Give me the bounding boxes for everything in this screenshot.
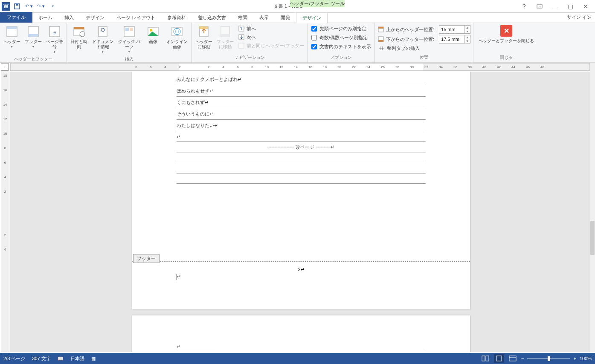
ribbon-tabs: ファイル ホーム 挿入 デザイン ページ レイアウト 参考資料 差し込み文書 校… [0, 13, 595, 23]
proofing-icon[interactable]: 📖 [58, 356, 64, 361]
spin-down[interactable]: ▼ [464, 29, 470, 33]
body-line: そういうものに↵ [177, 108, 426, 120]
previous-section-button[interactable]: 前へ [236, 25, 306, 32]
svg-rect-10 [74, 27, 84, 29]
group-navigation: ヘッダーに移動 フッターに移動 前へ 次へ 前と同じヘッダー/フッター ナビゲー… [192, 23, 308, 62]
svg-rect-16 [130, 28, 133, 31]
minimize-button[interactable]: — [549, 0, 561, 12]
date-time-button[interactable]: 日付と時刻 [69, 24, 89, 50]
svg-point-11 [80, 32, 85, 37]
svg-rect-28 [239, 43, 244, 48]
document-info-button[interactable]: ドキュメント情報▾ [90, 24, 116, 55]
tab-home[interactable]: ホーム [32, 13, 58, 23]
tab-layout[interactable]: ページ レイアウト [110, 13, 161, 23]
insert-alignment-tab-button[interactable]: 整列タブの挿入 [377, 44, 471, 52]
document-canvas[interactable]: みんなにテクノボーとよばれ↵ ほめられもせず↵ くにもされず↵ そういうものに↵… [10, 72, 590, 352]
document-title: 文書 1 - Word [58, 3, 518, 9]
language-indicator[interactable]: 日本語 [70, 355, 84, 362]
tab-header-footer-design[interactable]: デザイン [296, 13, 328, 23]
zoom-out-button[interactable]: − [521, 356, 524, 361]
svg-rect-15 [125, 28, 129, 31]
group-label: ナビゲーション [194, 54, 306, 61]
vertical-scrollbar[interactable] [590, 63, 595, 352]
tab-mailings[interactable]: 差し込み文書 [192, 13, 232, 23]
help-button[interactable]: ? [518, 0, 530, 12]
group-position: 上からのヘッダー位置: ▲▼ 下からのフッター位置: ▲▼ 整列タブの挿入 位置 [375, 23, 473, 62]
body-line [177, 163, 426, 173]
quick-parts-button[interactable]: クイック パーツ▾ [116, 24, 142, 55]
tab-developer[interactable]: 開発 [275, 13, 296, 23]
svg-rect-30 [378, 27, 383, 29]
spin-up[interactable]: ▲ [464, 26, 470, 29]
close-window-button[interactable]: ✕ [580, 0, 592, 12]
tab-review[interactable]: 校閲 [232, 13, 253, 23]
print-layout-button[interactable] [494, 354, 504, 363]
svg-rect-2 [537, 5, 542, 8]
footer-gallery-button[interactable]: フッター▾ [23, 24, 44, 50]
page-number-field[interactable]: 2↵ [177, 267, 426, 272]
word-count[interactable]: 307 文字 [32, 355, 50, 362]
body-line [177, 173, 426, 184]
tab-insert[interactable]: 挿入 [58, 13, 80, 23]
group-header-footer: ヘッダー▾ フッター▾ #ページ番号▾ ヘッダーとフッター [0, 23, 67, 62]
undo-button[interactable]: ↶ ▾ [24, 1, 34, 12]
statusbar: 2/3 ページ 307 文字 📖 日本語 ▦ − + 100% [0, 353, 595, 364]
horizontal-ruler[interactable]: 8642246810121416182022242628303234363840… [10, 63, 590, 71]
save-button[interactable] [12, 1, 22, 12]
zoom-in-button[interactable]: + [573, 356, 576, 361]
svg-rect-33 [482, 356, 485, 361]
group-label: 閉じる [475, 54, 537, 61]
link-to-previous-button: 前と同じヘッダー/フッター [236, 42, 306, 49]
signin-link[interactable]: サイン イン [567, 14, 592, 20]
footer-tag: フッター [133, 254, 160, 263]
svg-point-18 [150, 29, 152, 32]
different-first-page-checkbox[interactable]: 先頭ページのみ別指定 [310, 25, 373, 33]
body-line: ほめられもせず↵ [177, 85, 426, 97]
zoom-level[interactable]: 100% [580, 356, 592, 361]
group-label: ヘッダーとフッター [2, 55, 65, 63]
spin-up[interactable]: ▲ [464, 35, 470, 39]
page-indicator[interactable]: 2/3 ページ [3, 355, 25, 362]
page-break-marker: ┄┄┄┄┄┄┄┄┄ 改ページ ┄┄┄┄┄↵ [177, 142, 426, 153]
body-line [177, 153, 426, 163]
zoom-slider[interactable] [527, 358, 570, 359]
footer-from-bottom-row: 下からのフッター位置: ▲▼ [377, 35, 471, 44]
show-document-text-checkbox[interactable]: 文書内のテキストを表示 [310, 43, 373, 51]
goto-header-button[interactable]: ヘッダーに移動 [194, 24, 214, 50]
online-picture-button[interactable]: オンライン画像 [164, 24, 190, 50]
body-line: みんなにテクノボーとよばれ↵ [177, 74, 426, 85]
tab-selector[interactable]: L [1, 63, 9, 71]
tab-design[interactable]: デザイン [80, 13, 110, 23]
spin-down[interactable]: ▼ [464, 39, 470, 43]
tab-file[interactable]: ファイル [0, 12, 32, 23]
footer-from-bottom-input[interactable]: ▲▼ [439, 35, 470, 43]
macro-indicator[interactable]: ▦ [91, 356, 96, 361]
svg-rect-4 [7, 26, 17, 29]
group-insert: 日付と時刻 ドキュメント情報▾ クイック パーツ▾ 画像 オンライン画像 挿入 [67, 23, 192, 62]
footer-area[interactable]: 2↵ ↵ [177, 267, 426, 280]
vertical-ruler[interactable]: 1816141210864224 [1, 72, 9, 352]
web-layout-button[interactable] [508, 354, 518, 363]
tab-view[interactable]: 表示 [253, 13, 275, 23]
tab-references[interactable]: 参考資料 [161, 13, 192, 23]
different-odd-even-checkbox[interactable]: 奇数/偶数ページ別指定 [310, 34, 373, 42]
qat-customize[interactable]: ▾ [48, 1, 58, 12]
read-mode-button[interactable] [480, 354, 491, 363]
text-cursor [177, 274, 177, 280]
restore-button[interactable]: ▢ [564, 0, 576, 12]
page-number-button[interactable]: #ページ番号▾ [44, 24, 65, 55]
word-app-icon: W [2, 2, 10, 11]
ribbon-display-options[interactable] [534, 0, 546, 12]
footer-position-icon [377, 36, 384, 43]
header-from-top-input[interactable]: ▲▼ [439, 25, 470, 34]
header-gallery-button[interactable]: ヘッダー▾ [2, 24, 22, 50]
page-2: みんなにテクノボーとよばれ↵ ほめられもせず↵ くにもされず↵ そういうものに↵… [132, 72, 470, 309]
svg-rect-25 [221, 34, 229, 37]
svg-rect-6 [28, 34, 38, 37]
body-line: ↵ [177, 131, 426, 142]
scroll-thumb[interactable] [590, 221, 595, 255]
next-section-button[interactable]: 次へ [236, 33, 306, 41]
close-header-footer-button[interactable]: ✕ ヘッダーとフッターを閉じる [475, 24, 537, 44]
redo-button[interactable]: ↷ ▾ [36, 1, 46, 12]
picture-button[interactable]: 画像 [143, 24, 163, 45]
